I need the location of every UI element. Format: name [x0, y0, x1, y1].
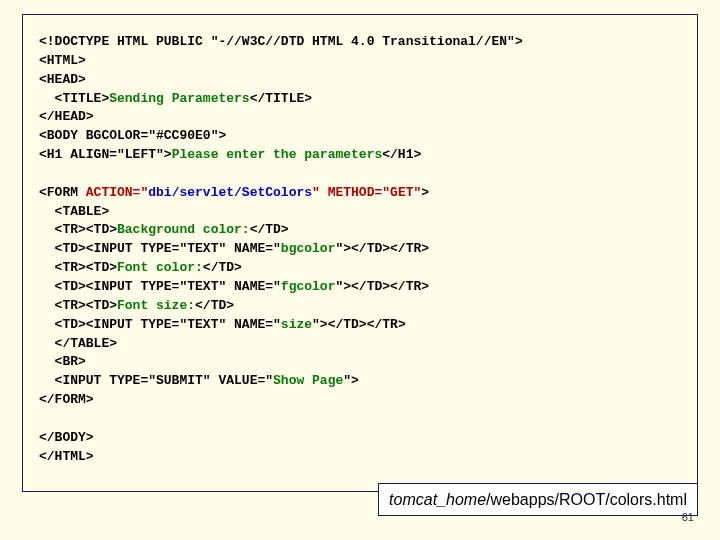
slide: <!DOCTYPE HTML PUBLIC "-//W3C//DTD HTML …	[0, 0, 720, 540]
code-name: fgcolor	[281, 279, 336, 294]
code-name: size	[281, 317, 312, 332]
code-line: "></TD></TR>	[335, 241, 429, 256]
code-block: <!DOCTYPE HTML PUBLIC "-//W3C//DTD HTML …	[39, 33, 681, 466]
code-line: ">	[343, 373, 359, 388]
code-line: </TD>	[203, 260, 242, 275]
code-text: Please enter the parameters	[172, 147, 383, 162]
code-line: <TABLE>	[39, 204, 109, 219]
code-line: <TR><TD>	[39, 222, 117, 237]
code-line: </HEAD>	[39, 109, 94, 124]
code-line: <FORM	[39, 185, 86, 200]
code-line: <TR><TD>	[39, 298, 117, 313]
code-text: Font size:	[117, 298, 195, 313]
code-line: <!DOCTYPE HTML PUBLIC "-//W3C//DTD HTML …	[39, 34, 523, 49]
code-line: </BODY>	[39, 430, 94, 445]
code-text: Font color:	[117, 260, 203, 275]
code-line: <TD><INPUT TYPE="TEXT" NAME="	[39, 279, 281, 294]
code-line: </TITLE>	[250, 91, 312, 106]
code-line: <BODY BGCOLOR="#CC90E0">	[39, 128, 226, 143]
code-line: <TITLE>	[39, 91, 109, 106]
footer-path-box: tomcat_home/webapps/ROOT/colors.html	[378, 483, 698, 516]
code-line: "></TD></TR>	[335, 279, 429, 294]
code-line: <TR><TD>	[39, 260, 117, 275]
code-line: </HTML>	[39, 449, 94, 464]
code-box: <!DOCTYPE HTML PUBLIC "-//W3C//DTD HTML …	[22, 14, 698, 492]
code-line: </TD>	[195, 298, 234, 313]
page-number: 61	[682, 510, 694, 526]
code-line: </H1>	[382, 147, 421, 162]
code-line: </TD>	[250, 222, 289, 237]
footer-italic: tomcat_home	[389, 491, 486, 508]
code-value: Show Page	[273, 373, 343, 388]
code-text: Sending Parameters	[109, 91, 249, 106]
code-line: </FORM>	[39, 392, 94, 407]
code-line: <BR>	[39, 354, 86, 369]
code-line: <INPUT TYPE="SUBMIT" VALUE="	[39, 373, 273, 388]
footer-rest: /webapps/ROOT/colors.html	[486, 491, 687, 508]
code-line: <H1 ALIGN="LEFT">	[39, 147, 172, 162]
code-attr: " METHOD="GET"	[312, 185, 421, 200]
code-name: bgcolor	[281, 241, 336, 256]
code-line: <TD><INPUT TYPE="TEXT" NAME="	[39, 241, 281, 256]
code-attr: ACTION="	[86, 185, 148, 200]
code-line: <HEAD>	[39, 72, 86, 87]
code-line: <TD><INPUT TYPE="TEXT" NAME="	[39, 317, 281, 332]
code-path: dbi/servlet/SetColors	[148, 185, 312, 200]
code-text: Background color:	[117, 222, 250, 237]
code-line: <HTML>	[39, 53, 86, 68]
code-line: >	[421, 185, 429, 200]
code-line: "></TD></TR>	[312, 317, 406, 332]
code-line: </TABLE>	[39, 336, 117, 351]
